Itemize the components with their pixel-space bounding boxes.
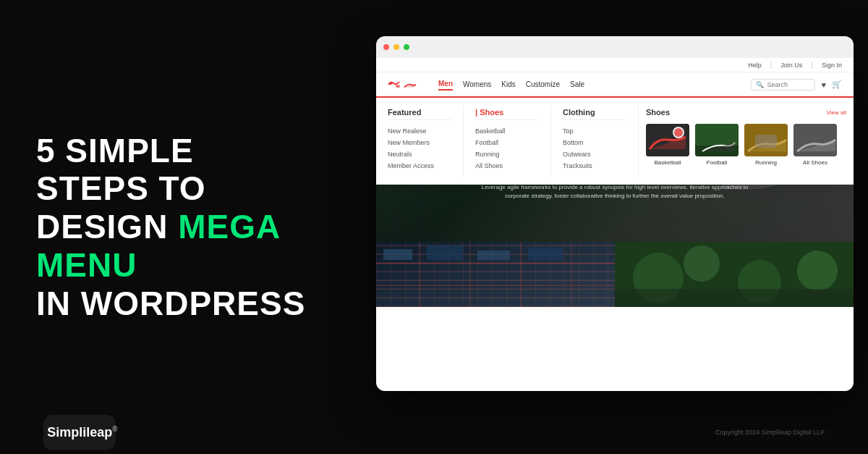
site-logo <box>388 80 417 90</box>
footer-brand-name: Simplileap® <box>47 425 117 440</box>
topbar-sign-in[interactable]: Sign In <box>822 62 842 69</box>
nav-link-men[interactable]: Men <box>438 78 453 91</box>
headline-text-2-white: DESIGN <box>36 208 178 245</box>
svg-rect-19 <box>427 245 463 260</box>
headline-line1: 5 SIMPLE STEPS TO <box>36 131 311 208</box>
svg-rect-27 <box>615 289 854 307</box>
view-all-link[interactable]: View all <box>827 109 846 116</box>
city-svg <box>376 242 615 307</box>
svg-point-4 <box>674 128 683 137</box>
svg-point-24 <box>684 245 720 282</box>
football-shoe-svg <box>695 124 739 156</box>
mega-item-new-realese[interactable]: New Realese <box>388 127 451 135</box>
footer-bar: Simplileap® Copyright 2024 Simplileap Di… <box>0 411 868 454</box>
nav-right: 🔍 ♥ 🛒 <box>751 79 842 91</box>
mega-item-basketball[interactable]: Basketball <box>475 127 539 135</box>
headline-line2: DESIGN MEGA MENU <box>36 208 311 285</box>
strip-green-image <box>615 242 854 307</box>
nav-links: Men Womens Kids Customize Sale <box>438 78 736 91</box>
mega-col-featured: Featured New Realese New Members Neutral… <box>376 98 463 184</box>
shoe-img-basketball <box>646 124 689 156</box>
mega-item-football[interactable]: Football <box>475 139 539 146</box>
shoe-label-all: All Shoes <box>793 159 837 166</box>
search-box[interactable]: 🔍 <box>751 79 815 91</box>
headline-line3: IN WORDPRESS <box>36 285 311 323</box>
topbar-join-us[interactable]: Join Us <box>780 62 802 69</box>
hero-subtitle: Leverage agile frameworks to provide a r… <box>477 183 752 201</box>
plant-svg <box>615 242 854 307</box>
browser-content: Help | Join Us | Sign In Men <box>376 58 854 391</box>
footer-logo-box: Simplileap® <box>43 415 116 450</box>
svg-point-0 <box>396 85 400 88</box>
svg-rect-6 <box>695 124 739 146</box>
site-navbar: Men Womens Kids Customize Sale 🔍 ♥ 🛒 Fea… <box>376 72 854 97</box>
logo-icon <box>388 80 401 90</box>
mega-item-all-shoes[interactable]: All Shoes <box>475 162 539 169</box>
mega-col-shoes-images: Shoes View all <box>639 98 854 184</box>
browser-dot-yellow <box>393 44 399 50</box>
shoes-images-header: Shoes View all <box>646 108 846 117</box>
search-icon: 🔍 <box>756 81 764 88</box>
basketball-shoe-svg <box>646 124 689 156</box>
running-shoe-svg <box>744 124 788 156</box>
browser-bar <box>376 36 854 58</box>
headline-text-1: 5 SIMPLE STEPS TO <box>36 131 206 207</box>
mega-menu: Featured New Realese New Members Neutral… <box>376 96 854 185</box>
mega-item-member-access[interactable]: Member Access <box>388 162 451 169</box>
svg-rect-9 <box>793 124 837 156</box>
shoes-images-grid: Basketball Football <box>646 124 846 166</box>
mega-col-clothing: Clothing Top Bottom Outwears Tracksuits <box>551 98 638 184</box>
shoe-card-basketball[interactable]: Basketball <box>646 124 689 166</box>
wishlist-icon[interactable]: ♥ <box>821 80 826 89</box>
svg-rect-18 <box>383 249 412 260</box>
shoe-label-running: Running <box>744 159 788 166</box>
mega-item-outwears[interactable]: Outwears <box>563 151 626 158</box>
mega-item-bottom[interactable]: Bottom <box>563 139 626 146</box>
nav-link-kids[interactable]: Kids <box>501 79 515 90</box>
svg-rect-21 <box>528 248 563 260</box>
shoe-card-all[interactable]: All Shoes <box>793 124 837 166</box>
nav-link-womens[interactable]: Womens <box>463 79 491 90</box>
shoe-img-running <box>744 124 788 156</box>
mega-item-new-members[interactable]: New Members <box>388 139 451 146</box>
shoes-title: Shoes <box>475 108 539 120</box>
nav-link-sale[interactable]: Sale <box>570 79 584 90</box>
bottom-strip <box>376 242 854 307</box>
shoe-card-football[interactable]: Football <box>695 124 739 166</box>
left-section: 5 SIMPLE STEPS TO DESIGN MEGA MENU IN WO… <box>36 131 311 322</box>
footer-logo-area: Simplileap® <box>43 415 116 450</box>
clothing-title: Clothing <box>563 108 626 120</box>
nav-link-customize[interactable]: Customize <box>526 79 560 90</box>
shoe-card-running[interactable]: Running <box>744 124 788 166</box>
shoe-logo-icon <box>404 80 417 90</box>
browser-dot-red <box>383 44 389 50</box>
featured-title: Featured <box>388 108 451 120</box>
shoe-img-football <box>695 124 739 156</box>
search-input[interactable] <box>767 81 810 88</box>
browser-dot-green-control <box>404 44 409 50</box>
shoe-label-basketball: Basketball <box>646 159 689 166</box>
shoes-images-title: Shoes <box>646 108 670 117</box>
headline: 5 SIMPLE STEPS TO DESIGN MEGA MENU IN WO… <box>36 131 311 322</box>
shoe-label-football: Football <box>695 159 739 166</box>
browser-mockup: Help | Join Us | Sign In Men <box>376 36 854 391</box>
mega-item-running[interactable]: Running <box>475 151 539 158</box>
headline-text-3: IN WORDPRESS <box>36 285 305 322</box>
site-topbar: Help | Join Us | Sign In <box>376 58 854 72</box>
mega-col-shoes: Shoes Basketball Football Running All Sh… <box>464 98 550 184</box>
footer-copyright: Copyright 2024 Simplileap Digital LLP <box>715 429 825 436</box>
cart-icon[interactable]: 🛒 <box>832 80 842 89</box>
svg-point-26 <box>797 251 838 291</box>
mega-item-top[interactable]: Top <box>563 127 626 135</box>
svg-point-1 <box>389 82 392 85</box>
topbar-help[interactable]: Help <box>748 62 762 69</box>
svg-rect-8 <box>755 135 777 148</box>
strip-city-image <box>376 242 615 307</box>
all-shoes-svg <box>793 124 837 156</box>
mega-item-tracksuits[interactable]: Tracksuits <box>563 162 626 169</box>
svg-rect-20 <box>477 251 510 260</box>
mega-item-neutrals[interactable]: Neutrals <box>388 151 451 158</box>
shoe-img-all <box>793 124 837 156</box>
